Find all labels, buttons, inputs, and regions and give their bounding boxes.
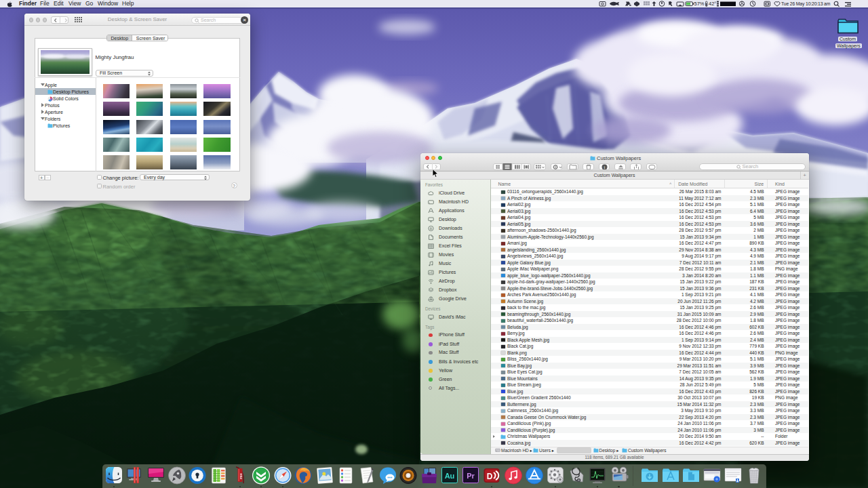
svg-text:FDX: FDX: [239, 473, 243, 479]
svg-text:57%: 57%: [694, 1, 705, 7]
svg-text:42°: 42°: [709, 1, 716, 7]
svg-text:Pr: Pr: [467, 472, 475, 480]
svg-text:10:20:13 am: 10:20:13 am: [806, 1, 831, 6]
svg-text:Au: Au: [445, 472, 455, 480]
svg-text:Tue 26 May: Tue 26 May: [781, 1, 805, 7]
svg-text:i: i: [604, 165, 606, 169]
svg-text:D: D: [486, 472, 492, 481]
